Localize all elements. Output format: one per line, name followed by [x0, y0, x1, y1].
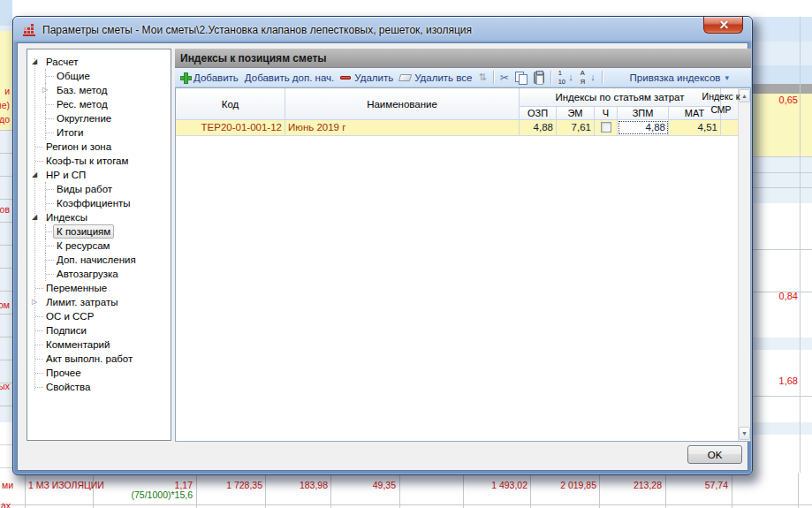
background-spreadsheet-bottom-row: ми1 МЗ ИЗОЛЯЦИИ1,17(75/1000)*15,61 728,3… [0, 473, 812, 508]
tree-item[interactable]: ▷Лимит. затраты [27, 295, 171, 309]
background-gridline [732, 473, 732, 508]
tree-expanded-icon[interactable]: ◢ [29, 210, 40, 224]
row-name-cell[interactable]: Июнь 2019 г [285, 120, 520, 135]
tree-item[interactable]: ▷Баз. метод [27, 83, 171, 97]
tree-item[interactable]: Свойства [27, 380, 171, 394]
tree-item[interactable]: Коэффициенты [27, 196, 171, 210]
tree-collapsed-icon[interactable]: ▷ [29, 295, 40, 309]
tree-item[interactable]: Переменные [27, 281, 171, 295]
background-value: 0,65 [779, 95, 798, 105]
sort-numeric-icon[interactable]: 1 10 ↓ [558, 71, 573, 85]
tree-item[interactable]: Доп. начисления [27, 253, 171, 267]
column-header-em[interactable]: ЭМ [557, 107, 595, 120]
tree-item[interactable]: Виды работ [27, 182, 171, 196]
tree-item-label: К ресурсам [57, 239, 110, 253]
column-header-code[interactable]: Код [176, 88, 285, 120]
row-zpm-cell[interactable]: 4,88 [618, 120, 669, 135]
dialog-titlebar[interactable]: Параметры сметы - Мои сметы\2.Установка … [13, 17, 752, 42]
settings-tree: ◢РасчетОбщие▷Баз. методРес. методОкругле… [27, 49, 171, 441]
tree-expanded-icon[interactable]: ◢ [29, 168, 40, 182]
tree-item[interactable]: Рес. метод [27, 97, 171, 111]
tree-connector [46, 133, 54, 133]
row-code-cell[interactable]: ТЕР20-01-001-12 [176, 120, 285, 135]
tree-item-label: Автозагрузка [57, 267, 118, 281]
tree-item[interactable]: Прочее [27, 366, 171, 380]
tree-item-label: Комментарий [46, 337, 110, 352]
background-grid-rows [0, 131, 12, 422]
row-ch-cell[interactable] [595, 120, 618, 135]
tree-item-label: Акт выполн. работ [46, 352, 133, 366]
background-gridline [798, 473, 799, 508]
sort-arrow-icon: ↓ [590, 72, 596, 82]
scroll-down-icon[interactable]: ▼ [739, 427, 750, 440]
ok-button[interactable]: OK [687, 445, 742, 464]
background-header-band [753, 17, 812, 42]
tree-item-label: Расчет [46, 55, 79, 69]
column-header-zpm[interactable]: ЗПМ [618, 107, 669, 120]
table-row[interactable]: ТЕР20-01-001-12Июнь 2019 г4,887,614,884,… [176, 120, 740, 136]
tree-item[interactable]: Коэф-ты к итогам [27, 154, 171, 168]
paste-icon[interactable] [534, 72, 544, 84]
cut-icon[interactable]: ✂ [500, 72, 509, 84]
add-button[interactable]: Добавить [180, 72, 239, 83]
row-mat-cell[interactable]: 4,51 [669, 120, 721, 135]
add-extra-charge-button[interactable]: Добавить доп. нач. [245, 72, 334, 83]
tree-item[interactable]: К ресурсам [27, 239, 171, 253]
dialog-client-area: ◢РасчетОбщие▷Баз. методРес. методОкругле… [17, 42, 748, 471]
index-binding-dropdown[interactable]: Привязка индексов ▾ [626, 72, 733, 84]
delete-button[interactable]: Удалить [340, 72, 393, 83]
tree-connector [46, 118, 54, 119]
row-em-cell[interactable]: 7,61 [557, 120, 595, 135]
row-ozp-cell[interactable]: 4,88 [520, 120, 557, 135]
tree-item[interactable]: Подписи [27, 323, 171, 337]
swap-tool-icon[interactable]: ⇅ [478, 72, 486, 83]
delete-all-button[interactable]: Удалить все [399, 72, 472, 83]
column-group-header-cost-items[interactable]: Индексы по статьям затрат [520, 88, 721, 107]
background-text-fragment: ков [0, 204, 10, 215]
background-gridline [530, 473, 531, 508]
tree-item[interactable]: Округление [27, 111, 171, 125]
sort-alpha-top: А [581, 69, 585, 77]
indexes-table: Код Наименование Индексы по статьям затр… [175, 87, 751, 442]
tree-connector [35, 359, 43, 360]
tree-item[interactable]: Общие [27, 69, 171, 83]
column-header-name[interactable]: Наименование [285, 88, 520, 120]
tree-item[interactable]: Регион и зона [27, 140, 171, 154]
tree-expanded-icon[interactable]: ◢ [29, 55, 40, 69]
tree-connector [35, 161, 43, 162]
background-unit-cell: 1 МЗ ИЗОЛЯЦИИ [28, 480, 104, 490]
tree-item[interactable]: Комментарий [27, 337, 171, 352]
background-text-fragment: ых [0, 381, 10, 391]
close-button[interactable] [703, 17, 743, 34]
row-smr-cell[interactable] [721, 120, 740, 135]
tree-connector [46, 189, 54, 190]
hours-checkbox[interactable] [601, 122, 611, 133]
minus-icon [340, 76, 351, 80]
tree-item[interactable]: ◢Расчет [27, 55, 171, 69]
background-column-header: мех. [753, 65, 812, 84]
panel-title: Индексы к позициям сметы [175, 49, 751, 68]
sort-alpha-icon[interactable]: А Я ↓ [580, 71, 596, 85]
column-header-ozp[interactable]: ОЗП [520, 107, 557, 120]
dropdown-arrow-icon: ▾ [725, 73, 729, 82]
panel-toolbar: Добавить Добавить доп. нач. Удалить Удал… [175, 68, 751, 87]
column-header-ch[interactable]: Ч [595, 107, 618, 120]
copy-icon[interactable] [515, 72, 527, 84]
tree-item[interactable]: ◢НР и СП [27, 168, 171, 182]
background-gray-band [753, 84, 812, 94]
tree-item[interactable]: ◢Индексы [27, 210, 171, 224]
tree-connector [46, 104, 54, 105]
tree-item[interactable]: Автозагрузка [27, 267, 171, 281]
tree-item[interactable]: Акт выполн. работ [27, 352, 171, 366]
background-blue-rows [753, 157, 812, 203]
index-binding-label: Привязка индексов [630, 72, 721, 83]
vertical-scrollbar[interactable]: ▲ ▼ [738, 88, 750, 441]
background-text-fragment: ие) [0, 100, 10, 110]
tree-item[interactable]: К позициям [27, 224, 171, 239]
tree-item-label: Прочее [46, 366, 81, 380]
tree-item[interactable]: Итоги [27, 125, 171, 140]
tree-item-label: Коэффициенты [57, 196, 131, 210]
tree-collapsed-icon[interactable]: ▷ [40, 83, 50, 97]
tree-item-label: Подписи [46, 323, 87, 337]
tree-item[interactable]: ОС и ССР [27, 309, 171, 323]
